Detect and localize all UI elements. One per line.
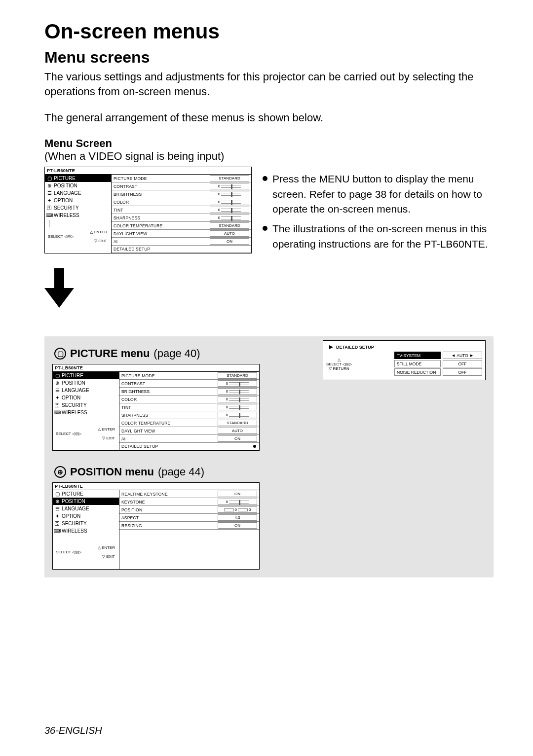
value-row: PICTURE MODESTANDARD	[112, 175, 251, 182]
picture-icon: ▢	[47, 176, 52, 181]
value-row: REALTIME KEYSTONEON	[119, 490, 259, 498]
value-row: COLOR TEMPERATURESTANDARD	[119, 419, 259, 427]
value-box: STANDARD	[218, 372, 257, 379]
value-label: REALTIME KEYSTONE	[119, 491, 218, 498]
value-row: DETAILED SETUP	[112, 246, 251, 253]
value-label: COLOR TEMPERATURE	[119, 420, 218, 427]
value-box: AUTO	[210, 230, 249, 237]
osd-values: PICTURE MODESTANDARDCONTRAST0BRIGHTNESS0…	[112, 175, 251, 253]
detail-row: TV-SYSTEM◀AUTO▶	[394, 352, 482, 359]
value-box: 0	[210, 199, 249, 205]
value-label: DETAILED SETUP	[112, 246, 251, 252]
value-label: SHARPNESS	[112, 215, 210, 221]
section-title: Menu screens	[44, 48, 494, 67]
value-box: 0	[210, 183, 249, 189]
nav-language: ☰LANGUAGE	[45, 189, 111, 197]
picture-circle-icon: ▢	[54, 348, 66, 360]
osd-model: PT-LB60NTE	[45, 167, 251, 175]
value-box: STANDARD	[210, 222, 249, 229]
value-box: 0	[210, 191, 249, 197]
value-label: ASPECT	[119, 514, 218, 521]
value-label: COLOR	[119, 396, 218, 403]
detail-value: OFF	[443, 368, 482, 376]
value-label: AI	[112, 238, 210, 245]
nav-security: ⚿SECURITY	[45, 204, 111, 212]
bullet-2: The illustrations of the on-screen menus…	[272, 221, 494, 252]
value-label: SHARPNESS	[119, 412, 218, 419]
value-box: ON	[218, 435, 257, 442]
connector-dot	[253, 445, 256, 448]
value-row: AION	[112, 238, 251, 246]
menu-screen-heading: Menu Screen	[44, 137, 494, 150]
page-title: On-screen menus	[44, 20, 494, 43]
value-label: TINT	[112, 207, 210, 214]
value-row: KEYSTONE0	[119, 498, 259, 506]
value-row: RESIZINGON	[119, 522, 259, 530]
detail-value: ◀AUTO▶	[443, 352, 482, 359]
osd-position-menu: PT-LB60NTE ▢PICTURE ⊕POSITION ☰LANGUAGE …	[52, 482, 260, 570]
value-box: STANDARD	[218, 420, 257, 426]
value-box: STANDARD	[210, 175, 249, 181]
value-label: CONTRAST	[119, 380, 218, 387]
detail-label: STILL MODE	[394, 360, 441, 367]
value-row: TINT0	[119, 403, 259, 411]
option-icon: ✦	[47, 198, 52, 203]
value-box: 0	[218, 380, 257, 387]
value-row: SHARPNESS0	[119, 411, 259, 419]
value-box: 0	[218, 412, 257, 418]
value-row: DETAILED SETUP	[119, 443, 259, 450]
value-label: BRIGHTNESS	[112, 191, 210, 198]
value-row: POSITION00	[119, 506, 259, 514]
value-label: TINT	[119, 404, 218, 411]
detail-row: NOISE REDUCTIONOFF	[394, 368, 482, 376]
intro-text-2: The general arrangement of these menus i…	[44, 110, 494, 125]
value-label: AI	[119, 435, 218, 442]
detail-row: STILL MODEOFF	[394, 360, 482, 367]
value-box: 4:3	[218, 514, 257, 521]
value-label: CONTRAST	[112, 183, 210, 190]
connector-arrow-icon	[329, 345, 333, 349]
value-row: CONTRAST0	[119, 380, 259, 388]
value-box: AUTO	[218, 428, 257, 434]
position-icon: ⊕	[47, 183, 52, 188]
bullet-1: Press the MENU button to display the men…	[272, 172, 494, 216]
value-box: ON	[218, 491, 257, 497]
value-row: DAYLIGHT VIEWAUTO	[119, 427, 259, 435]
value-row: TINT0	[112, 206, 251, 214]
value-box: 0	[218, 499, 257, 505]
value-row: BRIGHTNESS0	[119, 388, 259, 396]
nav-position: ⊕POSITION	[45, 182, 111, 189]
value-row: SHARPNESS0	[112, 214, 251, 222]
nav-option: ✦OPTION	[45, 197, 111, 204]
value-label: COLOR TEMPERATURE	[112, 222, 210, 229]
value-box: 0	[218, 388, 257, 395]
submenu-panel: ▢ PICTURE menu (page 40) PT-LB60NTE ▢PIC…	[44, 336, 494, 577]
detail-value: OFF	[443, 360, 482, 367]
osd-detailed-setup: DETAILED SETUP △ SELECT◁◎▷ ▽ RETURN TV-S…	[323, 340, 486, 380]
value-box: 0	[218, 404, 257, 410]
value-label: DAYLIGHT VIEW	[119, 428, 218, 434]
wireless-icon: ⌨	[47, 213, 52, 218]
value-row: COLOR0	[119, 396, 259, 403]
osd-nav: ▢PICTURE ⊕POSITION ☰LANGUAGE ✦OPTION ⚿SE…	[45, 175, 112, 253]
value-label: DAYLIGHT VIEW	[112, 230, 210, 237]
position-circle-icon: ⊕	[54, 466, 66, 478]
value-label: DETAILED SETUP	[119, 443, 253, 450]
arrow-down-icon	[44, 268, 74, 308]
value-box: 0	[210, 215, 249, 221]
value-box: 0	[210, 207, 249, 213]
value-label: COLOR	[112, 199, 210, 206]
osd-nav-footer: △ENTER SELECT◁◎▷ ▽EXIT	[45, 228, 111, 245]
value-box: ON	[210, 238, 249, 245]
value-label: BRIGHTNESS	[119, 388, 218, 395]
value-label: PICTURE MODE	[119, 372, 218, 379]
instruction-bullets: Press the MENU button to display the men…	[263, 172, 494, 256]
value-row: CONTRAST0	[112, 182, 251, 190]
menu-screen-note: (When a VIDEO signal is being input)	[44, 150, 494, 163]
value-row: BRIGHTNESS0	[112, 190, 251, 198]
position-menu-title: ⊕ POSITION menu (page 44)	[54, 466, 486, 478]
nav-wireless: ⌨WIRELESS	[45, 212, 111, 219]
value-row: ASPECT4:3	[119, 514, 259, 522]
osd-picture-menu: PT-LB60NTE ▢PICTURE ⊕POSITION ☰LANGUAGE …	[52, 364, 260, 451]
value-label: KEYSTONE	[119, 499, 218, 505]
